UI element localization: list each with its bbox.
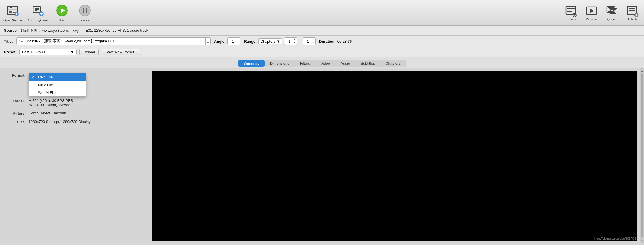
range-type-value: Chapters	[260, 39, 275, 44]
source-value: 【新影不离： www.xybl8.com】.xxghlm.E01, 1280x7…	[19, 28, 148, 33]
svg-marker-31	[590, 9, 594, 13]
title-label: Title:	[4, 39, 13, 44]
format-row: Format: ✓ MP4 File MKV File WebM File	[6, 73, 146, 78]
tab-video[interactable]: Video	[315, 60, 335, 67]
tracks-row: Tracks: H.264 (x264), 30 FPS PFR AAC (Co…	[6, 98, 146, 107]
tracks-video: H.264 (x264), 30 FPS PFR	[29, 98, 73, 103]
title-input-wrapper: ▲ ▼	[16, 37, 211, 45]
angle-down[interactable]: ▼	[237, 41, 239, 44]
tab-filters[interactable]: Filters	[295, 60, 315, 67]
pause-icon	[78, 4, 92, 17]
range-from-spinner[interactable]: ▲ ▼	[284, 37, 297, 45]
format-option-mp4-label: MP4 File	[38, 75, 53, 79]
scroll-thumb[interactable]	[641, 74, 643, 237]
tab-subtitles[interactable]: Subtitles	[355, 60, 380, 67]
open-source-button[interactable]: Open Source	[3, 4, 22, 22]
angle-spinner[interactable]: ▲ ▼	[227, 37, 240, 45]
tracks-value: H.264 (x264), 30 FPS PFR AAC (CoreAudio)…	[29, 98, 73, 107]
preview-icon	[585, 5, 598, 17]
start-label: Start	[59, 19, 65, 22]
tracks-audio: AAC (CoreAudio), Stereo	[29, 103, 73, 107]
preset-row: Preset: Fast 1080p30 ▼ Reload Save New P…	[0, 47, 644, 57]
size-row: Size: 1280x720 Storage, 1280x720 Display	[6, 120, 146, 124]
range-from-down[interactable]: ▼	[293, 41, 296, 44]
range-to-arrows[interactable]: ▲ ▼	[312, 38, 314, 44]
main-content: Format: ✓ MP4 File MKV File WebM File	[0, 68, 644, 243]
angle-label: Angle:	[214, 39, 226, 44]
svg-rect-21	[83, 8, 84, 13]
presets-label: Presets	[565, 17, 576, 21]
svg-rect-5	[9, 11, 12, 13]
preview-button[interactable]: Preview	[583, 5, 599, 21]
preset-value: Fast 1080p30	[22, 50, 45, 54]
queue-icon	[606, 5, 618, 17]
activity-icon	[626, 5, 639, 17]
pause-label: Pause	[80, 19, 89, 22]
format-option-mp4[interactable]: ✓ MP4 File	[29, 73, 86, 81]
add-to-queue-label: Add To Queue	[28, 19, 48, 22]
title-stepper-up[interactable]: ▲	[207, 38, 209, 41]
scroll-up-arrow[interactable]: ▲	[641, 69, 643, 73]
title-stepper-down[interactable]: ▼	[207, 41, 209, 45]
range-from-arrows[interactable]: ▲ ▼	[293, 38, 296, 44]
range-to-spinner[interactable]: ▲ ▼	[303, 37, 316, 45]
tabs-container: Summary Dimensions Filters Video Audio S…	[238, 60, 406, 67]
scroll-down-arrow[interactable]: ▼	[641, 238, 643, 242]
save-preset-button[interactable]: Save New Preset...	[102, 49, 141, 55]
range-from-up[interactable]: ▲	[293, 38, 296, 41]
toolbar: Open Source Add To Queue Start	[0, 0, 644, 26]
left-panel: Format: ✓ MP4 File MKV File WebM File	[0, 68, 152, 243]
title-stepper[interactable]: ▲ ▼	[205, 38, 210, 45]
range-to-up[interactable]: ▲	[312, 38, 314, 41]
source-bar: Source: 【新影不离： www.xybl8.com】.xxghlm.E01…	[0, 26, 644, 36]
tracks-label: Tracks:	[6, 98, 26, 103]
queue-button[interactable]: Queue	[604, 5, 620, 21]
tab-chapters[interactable]: Chapters	[380, 60, 406, 67]
duration-group: Duration: 00:23:36	[319, 39, 352, 44]
format-option-mkv[interactable]: MKV File	[29, 81, 86, 89]
size-value: 1280x720 Storage, 1280x720 Display	[29, 120, 91, 124]
presets-icon	[565, 5, 577, 17]
toolbar-right: Presets Preview Queue	[563, 5, 641, 21]
format-option-mkv-label: MKV File	[38, 83, 53, 87]
activity-button[interactable]: Activity	[625, 5, 641, 21]
reload-button[interactable]: Reload	[79, 49, 99, 55]
preset-arrow: ▼	[70, 50, 74, 54]
open-source-icon	[6, 4, 19, 17]
format-dropdown[interactable]: ✓ MP4 File MKV File WebM File	[29, 73, 86, 97]
range-label: Range:	[244, 39, 257, 44]
format-check-mp4: ✓	[32, 75, 35, 79]
pause-button[interactable]: Pause	[76, 4, 94, 22]
svg-point-20	[79, 5, 90, 16]
angle-input[interactable]	[229, 39, 237, 44]
right-scrollbar[interactable]: ▲ ▼	[640, 68, 644, 243]
tabs-bar: Summary Dimensions Filters Video Audio S…	[0, 57, 644, 68]
tab-dimensions[interactable]: Dimensions	[265, 60, 295, 67]
presets-button[interactable]: Presets	[563, 5, 579, 21]
tab-summary[interactable]: Summary	[238, 60, 265, 67]
source-label: Source:	[4, 28, 18, 33]
range-group: Range: Chapters ▼ ▲ ▼ – ▲ ▼	[244, 37, 316, 45]
filters-row: Filters: Comb Detect, Decomb	[6, 111, 146, 116]
preview-url: https://blogs.uc.edu/blog/2017/85	[594, 237, 636, 240]
format-option-webm[interactable]: WebM File	[29, 89, 86, 96]
range-type-select-box[interactable]: Chapters ▼	[258, 38, 282, 44]
angle-up[interactable]: ▲	[237, 38, 239, 41]
add-to-queue-button[interactable]: Add To Queue	[28, 4, 48, 22]
start-icon	[55, 4, 69, 17]
angle-arrows[interactable]: ▲ ▼	[237, 38, 239, 44]
tab-audio[interactable]: Audio	[335, 60, 355, 67]
title-input[interactable]	[17, 38, 205, 44]
preview-area: https://blogs.uc.edu/blog/2017/85	[152, 68, 640, 243]
size-label: Size:	[6, 120, 26, 124]
range-to-input[interactable]	[304, 39, 312, 44]
duration-label: Duration:	[319, 39, 336, 44]
preset-select-wrapper[interactable]: Fast 1080p30 ▼	[19, 49, 77, 55]
range-type-arrow: ▼	[277, 39, 280, 44]
duration-value: 00:23:36	[337, 39, 352, 44]
range-to-down[interactable]: ▼	[312, 41, 314, 44]
queue-label: Queue	[607, 17, 617, 21]
range-from-input[interactable]	[285, 39, 293, 44]
video-preview	[152, 71, 637, 241]
start-button[interactable]: Start	[53, 4, 71, 22]
